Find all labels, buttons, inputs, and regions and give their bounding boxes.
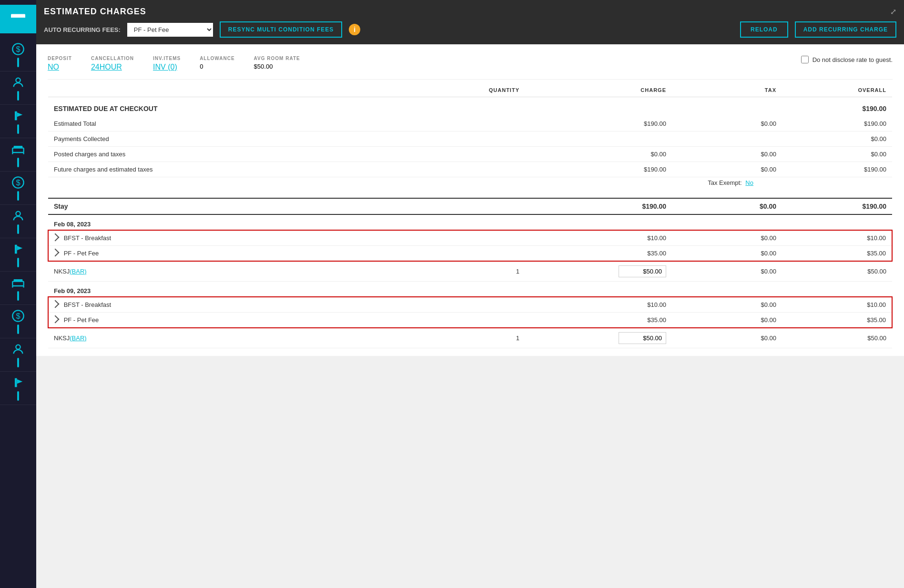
future-label: Future charges and estimated taxes [48,162,415,177]
sidebar-logo[interactable] [0,5,36,33]
flag-icon-2 [11,243,25,256]
svg-text:$: $ [16,311,20,320]
deposit-value[interactable]: NO [48,63,72,71]
tax-exempt-value[interactable]: No [745,179,753,186]
payments-row: Payments Collected $0.00 [48,132,892,147]
cancellation-col: CANCELLATION 24HOUR [91,56,134,71]
flag-icon-3 [11,376,25,389]
chevron-icon-4[interactable] [51,315,60,324]
window-resize-icon[interactable]: ⤢ [890,7,896,16]
posted-tax: $0.00 [672,147,782,162]
inv-items-label: INV.ITEMS [153,56,181,61]
sidebar-item-flag1[interactable] [0,105,36,138]
sidebar-divider [17,91,19,101]
nksj-bar-link-2[interactable]: (BAR) [70,335,86,342]
date1-label: Feb 08, 2023 [48,214,892,230]
col-charge: Charge [525,83,672,97]
posted-overall: $0.00 [782,147,892,162]
disclose-checkbox[interactable] [801,56,809,63]
col-quantity: QUANTITY [415,83,525,97]
bfst-overall: $10.00 [782,230,892,246]
resync-button[interactable]: RESYNC MULTI CONDITION FEES [220,21,342,38]
sidebar-item-flag2[interactable] [0,238,36,272]
svg-rect-19 [15,378,17,387]
bed-icon-2 [11,142,25,156]
bed-icon-3 [11,276,25,289]
svg-rect-5 [14,146,23,148]
posted-label: Posted charges and taxes [48,147,415,162]
date2-label: Feb 09, 2023 [48,282,892,297]
dollar-circle-icon-2: $ [11,176,25,189]
nksj-tax-2: $0.00 [672,328,782,348]
deposit-label: DEPOSIT [48,56,72,61]
bfst-charge-2: $10.00 [525,297,672,313]
dollar-circle-icon-3: $ [11,309,25,323]
nksj-charge-input[interactable] [619,265,666,277]
sidebar-divider [17,191,19,201]
add-recurring-button[interactable]: ADD RECURRING CHARGE [795,21,896,38]
avg-room-rate-label: AVG ROOM RATE [254,56,300,61]
reload-button[interactable]: RELOAD [740,21,788,38]
auto-recurring-dropdown[interactable]: PF - Pet Fee [127,23,213,37]
chevron-icon-2[interactable] [51,249,60,257]
sidebar-item-dollar3[interactable]: $ [0,305,36,338]
sidebar-divider [17,158,19,167]
svg-rect-3 [15,111,17,120]
sidebar-divider [17,224,19,234]
spacer-row [48,190,892,198]
future-charge: $190.00 [525,162,672,177]
sidebar-item-bed2[interactable] [0,272,36,305]
bed-icon [10,10,27,28]
sidebar-item-person3[interactable] [0,338,36,372]
disclose-check: Do not disclose rate to guest. [801,56,893,63]
sidebar-item-person1[interactable] [0,71,36,105]
nksj-label-2: NKSJ [54,335,70,342]
sidebar-divider [17,324,19,334]
tax-exempt-row: Tax Exempt: No [48,177,892,191]
sidebar-item-bed1[interactable] [0,138,36,172]
estimated-total-charge: $190.00 [525,116,672,132]
nksj-charge-input-2[interactable] [619,332,666,344]
chevron-icon-3[interactable] [51,300,60,308]
deposit-col: DEPOSIT NO [48,56,72,71]
sidebar-item-dollar2[interactable]: $ [0,172,36,205]
date2-nksj-row: NKSJ(BAR) 1 $0.00 $50.00 [48,328,892,348]
stay-row: Stay $190.00 $0.00 $190.00 [48,198,892,214]
posted-row: Posted charges and taxes $0.00 $0.00 $0.… [48,147,892,162]
person-icon-3 [11,343,25,356]
estimated-due-label: ESTIMATED DUE AT CHECKOUT [48,97,782,117]
estimated-due-overall: $190.00 [782,97,892,117]
stay-tax: $0.00 [672,198,782,214]
inv-items-col: INV.ITEMS INV (0) [153,56,181,71]
date1-row-bfst: BFST - Breakfast $10.00 $0.00 $10.00 [48,230,892,246]
sidebar-item-flag3[interactable] [0,372,36,405]
nksj-bar-link[interactable]: (BAR) [70,268,86,275]
cancellation-value[interactable]: 24HOUR [91,63,134,71]
stay-charge: $190.00 [525,198,672,214]
page-title: ESTIMATED CHARGES [44,7,146,17]
allowance-col: ALLOWANCE 0 [200,56,234,70]
date1-nksj-row: NKSJ(BAR) 1 $0.00 $50.00 [48,261,892,282]
sidebar-item-person2[interactable] [0,205,36,238]
pf-overall: $35.00 [782,246,892,262]
sidebar-divider [17,391,19,401]
chevron-icon[interactable] [51,233,60,242]
sidebar-divider [17,291,19,301]
bfst-label: BFST - Breakfast [64,234,111,242]
svg-point-18 [16,345,20,349]
bfst-tax-2: $0.00 [672,297,782,313]
estimated-total-row: Estimated Total $190.00 $0.00 $190.00 [48,116,892,132]
allowance-label: ALLOWANCE [200,56,234,61]
date2-row-pf: PF - Pet Fee $35.00 $0.00 $35.00 [48,313,892,328]
pf-overall-2: $35.00 [782,313,892,328]
inv-items-value[interactable]: INV (0) [153,63,181,71]
sidebar-item-dollar1[interactable]: $ [0,38,36,71]
nksj-tax: $0.00 [672,261,782,282]
date1-row-pf: PF - Pet Fee $35.00 $0.00 $35.00 [48,246,892,262]
col-overall: OVERALL [782,83,892,97]
meta-row: DEPOSIT NO CANCELLATION 24HOUR INV.ITEMS… [48,52,893,80]
info-icon[interactable]: i [349,24,360,35]
avg-room-rate-value: $50.00 [254,63,300,70]
pf-label-2: PF - Pet Fee [64,316,99,324]
bfst-label-2: BFST - Breakfast [64,301,111,308]
